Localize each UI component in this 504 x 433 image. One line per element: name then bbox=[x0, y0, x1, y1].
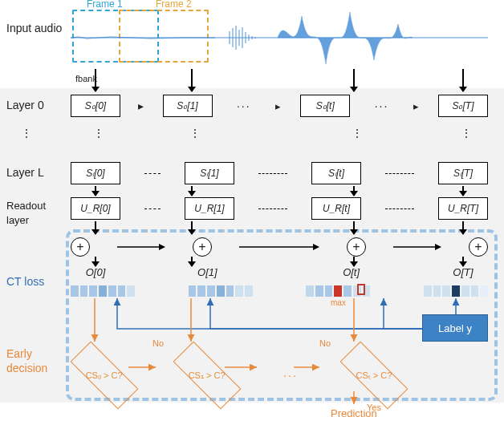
arrow-right-icon bbox=[117, 243, 165, 251]
row-heatmaps bbox=[71, 285, 488, 297]
no-label: No bbox=[152, 338, 164, 348]
arrow-dots: ▸ bbox=[275, 100, 283, 112]
svg-marker-13 bbox=[313, 244, 319, 250]
vertical-dots: ⋮ bbox=[93, 127, 104, 140]
vertical-dots: ⋮ bbox=[461, 127, 472, 140]
label-ct-loss: CT loss bbox=[6, 274, 64, 289]
fbank-label: fbank bbox=[75, 74, 97, 83]
add-icon: + bbox=[71, 237, 90, 257]
state-box: Sₗ[T] bbox=[438, 162, 488, 184]
readout-box: U_R[1] bbox=[185, 197, 234, 220]
readout-box: U_R[t] bbox=[311, 197, 361, 220]
dash-connector bbox=[258, 208, 287, 209]
state-box: Sₗ[t] bbox=[311, 162, 361, 184]
heatmap bbox=[71, 285, 135, 297]
arrow-down-icon bbox=[353, 186, 355, 196]
add-icon: + bbox=[469, 237, 488, 257]
fbank-row: fbank bbox=[71, 67, 488, 83]
label-readout-layer: Readout layer bbox=[6, 199, 64, 228]
state-box: S₀[t] bbox=[300, 95, 350, 117]
arrow-down-icon bbox=[462, 221, 464, 234]
row-layer0: S₀[0] ▸ S₀[1] ··· ▸ S₀[t] ··· ▸ S₀[T] bbox=[71, 95, 488, 117]
arrow-right-icon bbox=[393, 243, 441, 251]
dash-connector bbox=[385, 208, 414, 209]
arrow-down-icon bbox=[95, 186, 96, 196]
max-highlight-box bbox=[357, 284, 365, 295]
dash-connector bbox=[144, 173, 161, 174]
arrow-down-icon bbox=[462, 69, 464, 91]
decision-node: CS₀ > C? bbox=[71, 351, 138, 399]
decision-node: No CSₜ > C? Yes bbox=[340, 351, 408, 399]
row-plus: + + + + bbox=[71, 237, 488, 257]
arrow-down-icon bbox=[191, 221, 193, 234]
state-box: S₀[T] bbox=[438, 95, 488, 117]
no-label: No bbox=[319, 338, 331, 348]
dash-connector bbox=[144, 208, 161, 209]
arrow-dots: ▸ bbox=[137, 99, 145, 112]
arrow-down-icon bbox=[95, 69, 96, 91]
heatmap bbox=[189, 285, 253, 297]
row-decisions: CS₀ > C? No CS₁ > C? ··· No CSₜ > C? Yes bbox=[71, 351, 408, 399]
label-y-text: Label y bbox=[438, 322, 472, 334]
svg-marker-11 bbox=[159, 244, 165, 250]
add-icon: + bbox=[193, 237, 212, 257]
heatmap bbox=[424, 285, 488, 297]
row-outputs: O[0] O[1] O[t] O[T] bbox=[71, 266, 488, 278]
readout-box: U_R[0] bbox=[71, 197, 120, 220]
label-y-box: Label y bbox=[422, 314, 488, 342]
state-box: Sₗ[1] bbox=[185, 162, 234, 184]
label-layerL: Layer L bbox=[6, 165, 64, 180]
dots-orange: ··· bbox=[276, 369, 305, 382]
waveform-area: Frame 1 Frame 2 bbox=[71, 8, 488, 67]
dots: ··· bbox=[230, 99, 258, 112]
arrow-down-icon bbox=[191, 69, 193, 91]
arrow-down-icon bbox=[191, 257, 193, 266]
label-input-audio: Input audio bbox=[6, 21, 64, 35]
vertical-dots: ⋮ bbox=[352, 127, 363, 140]
arrow-dots: ▸ bbox=[413, 100, 421, 112]
decision-text: CS₁ > C? bbox=[189, 370, 226, 380]
arrow-right-icon bbox=[239, 243, 319, 251]
label-layer0: Layer 0 bbox=[6, 98, 64, 112]
add-icon: + bbox=[347, 237, 366, 257]
svg-marker-15 bbox=[435, 244, 441, 250]
arrow-down-icon bbox=[95, 257, 96, 266]
arrow-down-icon bbox=[191, 186, 193, 196]
arrow-down-icon bbox=[353, 69, 355, 91]
output-label: O[t] bbox=[327, 266, 376, 278]
arrow-down-icon bbox=[353, 257, 355, 266]
output-label: O[1] bbox=[182, 266, 232, 278]
dots: ··· bbox=[368, 99, 396, 112]
readout-box: U_R[T] bbox=[438, 197, 488, 220]
prediction-label: Prediction bbox=[331, 407, 377, 419]
output-label: O[T] bbox=[438, 266, 488, 278]
vertical-dots: ⋮ bbox=[21, 127, 32, 140]
dash-connector bbox=[258, 173, 287, 174]
arrow-down-icon bbox=[462, 257, 464, 266]
label-early-decision: Early decision bbox=[6, 346, 64, 375]
decision-text: CSₜ > C? bbox=[356, 370, 392, 380]
vertical-dots: ⋮ bbox=[189, 127, 201, 140]
state-box: S₀[0] bbox=[71, 95, 120, 117]
arrow-down-icon bbox=[462, 186, 464, 196]
arrow-down-icon bbox=[353, 221, 355, 234]
row-layerL: Sₗ[0] Sₗ[1] Sₗ[t] Sₗ[T] bbox=[71, 162, 488, 184]
state-box: Sₗ[0] bbox=[71, 162, 120, 184]
output-label: O[0] bbox=[71, 266, 120, 278]
arrow-down-icon bbox=[95, 221, 96, 234]
waveform-icon bbox=[71, 8, 488, 67]
row-readout: U_R[0] U_R[1] U_R[t] U_R[T] bbox=[71, 197, 488, 220]
max-label: max bbox=[331, 298, 346, 307]
decision-node: No CS₁ > C? bbox=[173, 351, 241, 399]
dash-connector bbox=[385, 173, 414, 174]
state-box: S₀[1] bbox=[163, 95, 213, 117]
decision-text: CS₀ > C? bbox=[86, 370, 123, 380]
